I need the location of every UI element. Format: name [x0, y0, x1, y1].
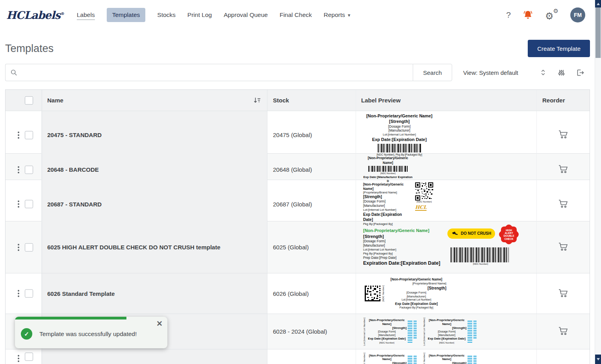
scrollbar[interactable] [595, 0, 601, 364]
reorder-cell [537, 273, 590, 314]
template-name[interactable] [42, 349, 267, 364]
barcode [451, 247, 509, 262]
table-row: 20648 - BARCODE 20648 (Global) [Non-Prop… [6, 153, 590, 180]
row-checkbox[interactable] [25, 200, 33, 208]
nav-final-check[interactable]: Final Check [280, 11, 312, 19]
reorder-cart-button[interactable] [556, 163, 570, 176]
nav-reports[interactable]: Reports▾ [324, 11, 351, 19]
row-checkbox[interactable] [25, 290, 33, 298]
blue-barcode-strip [467, 356, 472, 364]
stock-value [267, 349, 356, 364]
label-preview-image: [Non-Proprietary/Generic Name] [Propriet… [363, 182, 433, 226]
toast-notification: ✓ Template was successfully updated! ✕ [15, 317, 167, 348]
reorder-cart-button[interactable] [556, 128, 570, 142]
hammer-icon [451, 231, 458, 236]
row-select-cell [6, 349, 42, 364]
reorder-cell [537, 314, 590, 349]
unfold-icon[interactable] [540, 69, 547, 76]
qr-code [415, 182, 433, 201]
search-icon [10, 69, 18, 78]
scroll-down-button[interactable] [595, 355, 601, 364]
logo-text: HCLabels [6, 9, 60, 21]
header-label-preview: Label Preview [356, 90, 537, 111]
row-menu-button[interactable] [17, 200, 20, 208]
row-menu-button[interactable] [17, 165, 20, 174]
main-nav: Labels Templates Stocks Print Log Approv… [77, 8, 351, 22]
row-menu-button[interactable] [17, 243, 20, 252]
nav-approval-queue[interactable]: Approval Queue [224, 11, 268, 19]
header-reorder: Reorder [537, 90, 590, 111]
label-preview-image: Lot:[Internal Lot Number] [Non-Proprieta… [363, 318, 479, 346]
notifications-bell-icon[interactable] [523, 10, 533, 20]
nav-templates[interactable]: Templates [107, 8, 146, 22]
row-menu-button[interactable] [17, 131, 20, 139]
export-icon[interactable] [576, 69, 584, 77]
toolbar: Search View: System default [5, 64, 590, 81]
user-avatar[interactable]: FM [570, 7, 585, 22]
filter-sliders-icon[interactable] [558, 69, 565, 76]
settings-gear-icon[interactable]: ⚙⚙ [545, 8, 558, 22]
row-select-cell [6, 273, 42, 314]
scrollbar-thumb[interactable] [595, 7, 601, 58]
page-title: Templates [5, 43, 54, 55]
blue-barcode-strip [467, 321, 472, 343]
label-preview-image: [Non-Proprietary/Generic Name] [NDC Numb… [362, 156, 414, 184]
scroll-up-button[interactable] [595, 0, 601, 7]
row-checkbox[interactable] [25, 353, 33, 361]
blue-barcode-strip [414, 321, 417, 340]
high-alert-badge: HIGH ALERT DOUBLE CHECK [500, 225, 518, 243]
row-menu-button[interactable] [17, 289, 20, 298]
row-checkbox[interactable] [25, 131, 33, 139]
table-row: 6026 Standard Template 6026 (Global) [6, 273, 590, 314]
page-header: Templates Create Template [5, 36, 590, 61]
reorder-cart-button[interactable] [556, 197, 570, 211]
stock-value: 20475 (Global) [267, 111, 356, 159]
label-preview-image: [Non-Proprietary/Generic Name] [Strength… [363, 228, 514, 266]
nav-labels[interactable]: Labels [77, 11, 95, 19]
search-input[interactable] [5, 64, 413, 81]
label-preview: Lot:[Internal Lot Number] [Non-Proprieta… [356, 314, 537, 349]
row-checkbox[interactable] [25, 165, 33, 174]
template-name[interactable]: 20475 - STANDARD [42, 111, 267, 159]
mini-label: Lot:[Internal Lot Number] [Non-Proprieta… [363, 318, 419, 346]
nav-stocks[interactable]: Stocks [157, 11, 176, 19]
reorder-cell [537, 221, 590, 273]
reorder-cart-button[interactable] [556, 325, 570, 338]
help-icon[interactable]: ? [506, 10, 511, 20]
stock-value: 6025 (Global) [267, 221, 356, 273]
view-selector[interactable]: View: System default [463, 69, 518, 76]
blue-barcode-strip [473, 321, 477, 340]
row-select-cell [6, 221, 42, 273]
reorder-cell [537, 349, 590, 364]
row-checkbox[interactable] [25, 243, 33, 251]
label-preview: [NDC Number] [Non-Proprietary/Generic Na… [356, 273, 537, 314]
reorder-cart-button[interactable] [556, 240, 570, 254]
header-name: Name [42, 90, 267, 111]
reorder-cell [537, 111, 590, 159]
app-logo[interactable]: HCLabels® [6, 9, 64, 21]
mini-label: Lot:[Internal Lot Number] [Non-Proprieta… [363, 353, 419, 364]
select-all-checkbox[interactable] [25, 96, 33, 104]
do-not-crush-badge: DO NOT CRUSH [447, 228, 495, 239]
template-name[interactable]: 6026 Standard Template [42, 273, 267, 314]
search-button[interactable]: Search [413, 64, 452, 81]
nav-print-log[interactable]: Print Log [187, 11, 212, 19]
label-preview: [Non-Proprietary/Generic Name] [Strength… [356, 221, 537, 273]
close-icon[interactable]: ✕ [156, 320, 163, 327]
hcl-logo: HCL [415, 205, 427, 211]
mini-label: Lot:[Internal Lot Number] [Non-Proprieta… [423, 318, 479, 346]
chevron-down-icon: ▾ [348, 12, 351, 18]
create-template-button[interactable]: Create Template [528, 40, 590, 57]
table-row: 6025 HIGH ALERT DOUBLE CHECK DO NOT CRUS… [6, 221, 590, 273]
reorder-cart-button[interactable] [556, 287, 570, 301]
table-header-row: Name Stock Label Preview Reorder [6, 90, 590, 111]
template-name[interactable]: 6025 HIGH ALERT DOUBLE CHECK DO NOT CRUS… [42, 221, 267, 273]
toast-message: Template was successfully updated! [39, 331, 137, 338]
header-stock: Stock [267, 90, 356, 111]
sort-icon[interactable] [253, 97, 261, 104]
blue-barcode-strip [408, 321, 412, 343]
nav-right: ? ⚙⚙ FM [506, 7, 590, 22]
toolbar-icons [540, 69, 590, 77]
row-menu-button[interactable] [17, 354, 20, 363]
table-row: 20687 - STANDARD 20687 (Global) [Non-Pro… [6, 180, 590, 221]
